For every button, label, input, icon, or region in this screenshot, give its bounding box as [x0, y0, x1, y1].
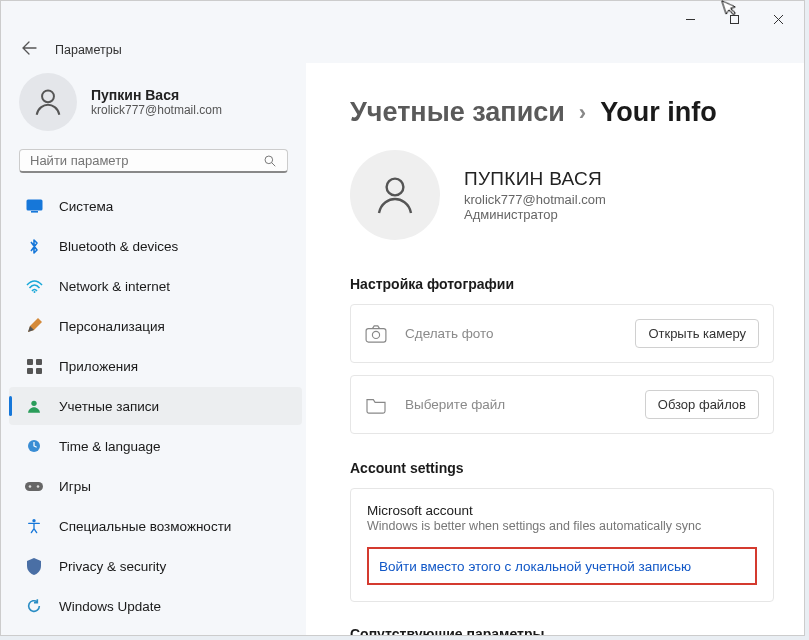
take-photo-label: Сделать фото	[405, 326, 494, 341]
nav-label: Персонализация	[59, 319, 165, 334]
page-title: Your info	[600, 97, 716, 128]
nav-label: Time & language	[59, 439, 161, 454]
back-arrow-icon	[21, 41, 37, 55]
close-icon	[773, 14, 784, 25]
ms-account-sub: Windows is better when settings and file…	[367, 519, 757, 533]
nav-label: Система	[59, 199, 113, 214]
sidebar: Пупкин Вася krolick777@hotmail.com Систе…	[1, 63, 306, 635]
ms-account-title: Microsoft account	[367, 503, 757, 518]
avatar	[19, 73, 77, 131]
sidebar-item-privacy[interactable]: Privacy & security	[9, 547, 302, 585]
sidebar-item-system[interactable]: Система	[9, 187, 302, 225]
nav-label: Network & internet	[59, 279, 170, 294]
update-icon	[25, 598, 43, 614]
open-camera-button[interactable]: Открыть камеру	[635, 319, 759, 348]
camera-icon	[365, 325, 387, 343]
profile-name: ПУПКИН ВАСЯ	[464, 168, 606, 190]
user-name: Пупкин Вася	[91, 87, 222, 103]
breadcrumb-parent[interactable]: Учетные записи	[350, 97, 565, 128]
chevron-right-icon: ›	[579, 100, 586, 126]
sidebar-item-apps[interactable]: Приложения	[9, 347, 302, 385]
svg-point-17	[29, 485, 32, 488]
profile-block: ПУПКИН ВАСЯ krolick777@hotmail.com Админ…	[350, 150, 774, 240]
nav-label: Учетные записи	[59, 399, 159, 414]
svg-rect-13	[36, 368, 42, 374]
person-icon	[31, 85, 65, 119]
search-input[interactable]	[30, 153, 250, 168]
sidebar-item-update[interactable]: Windows Update	[9, 587, 302, 625]
person-icon	[371, 171, 419, 219]
close-button[interactable]	[756, 4, 800, 34]
local-account-highlight: Войти вместо этого с локальной учетной з…	[367, 547, 757, 585]
svg-point-5	[265, 156, 273, 164]
sidebar-item-network[interactable]: Network & internet	[9, 267, 302, 305]
nav-label: Специальные возможности	[59, 519, 231, 534]
nav-label: Bluetooth & devices	[59, 239, 178, 254]
search-box[interactable]	[19, 149, 288, 173]
app-title: Параметры	[55, 43, 122, 57]
svg-point-19	[32, 519, 35, 522]
related-section-title: Сопутствующие параметры	[350, 626, 774, 635]
account-section-title: Account settings	[350, 460, 774, 476]
choose-file-label: Выберите файл	[405, 397, 505, 412]
svg-rect-10	[27, 359, 33, 365]
profile-avatar	[350, 150, 440, 240]
microsoft-account-box: Microsoft account Windows is better when…	[350, 488, 774, 602]
svg-rect-11	[36, 359, 42, 365]
nav-list: Система Bluetooth & devices Network & in…	[5, 187, 302, 625]
personalization-icon	[25, 318, 43, 334]
take-photo-row: Сделать фото Открыть камеру	[350, 304, 774, 363]
svg-point-18	[37, 485, 40, 488]
privacy-icon	[25, 558, 43, 575]
time-icon	[25, 438, 43, 454]
network-icon	[25, 279, 43, 293]
nav-label: Windows Update	[59, 599, 161, 614]
local-account-link[interactable]: Войти вместо этого с локальной учетной з…	[379, 559, 691, 574]
sidebar-item-gaming[interactable]: Игры	[9, 467, 302, 505]
accounts-icon	[25, 398, 43, 414]
back-button[interactable]	[21, 41, 37, 59]
bluetooth-icon	[25, 238, 43, 255]
gaming-icon	[25, 480, 43, 493]
svg-rect-16	[25, 482, 43, 491]
sidebar-item-time[interactable]: Time & language	[9, 427, 302, 465]
breadcrumb: Учетные записи › Your info	[350, 97, 774, 128]
search-icon	[263, 154, 277, 168]
sidebar-item-accessibility[interactable]: Специальные возможности	[9, 507, 302, 545]
nav-label: Приложения	[59, 359, 138, 374]
svg-point-20	[387, 179, 404, 196]
svg-point-14	[31, 401, 36, 406]
svg-rect-7	[26, 200, 42, 211]
accessibility-icon	[25, 518, 43, 534]
choose-file-row: Выберите файл Обзор файлов	[350, 375, 774, 434]
minimize-button[interactable]	[668, 4, 712, 34]
settings-window: Параметры Пупкин Вася krolick777@hotmail…	[0, 0, 805, 636]
svg-point-9	[33, 291, 35, 293]
header-row: Параметры	[1, 37, 804, 63]
titlebar	[1, 1, 804, 37]
svg-rect-21	[366, 328, 386, 342]
browse-files-button[interactable]: Обзор файлов	[645, 390, 759, 419]
svg-point-4	[42, 90, 54, 102]
apps-icon	[25, 359, 43, 374]
profile-role: Администратор	[464, 207, 606, 222]
nav-label: Игры	[59, 479, 91, 494]
user-block[interactable]: Пупкин Вася krolick777@hotmail.com	[5, 63, 302, 149]
main-content: Учетные записи › Your info ПУПКИН ВАСЯ k…	[306, 63, 804, 635]
photo-section-title: Настройка фотографии	[350, 276, 774, 292]
profile-email: krolick777@hotmail.com	[464, 192, 606, 207]
svg-rect-12	[27, 368, 33, 374]
svg-rect-8	[31, 211, 38, 213]
svg-point-22	[372, 331, 379, 338]
system-icon	[25, 199, 43, 213]
svg-line-6	[272, 162, 276, 166]
sidebar-item-personalization[interactable]: Персонализация	[9, 307, 302, 345]
folder-icon	[365, 396, 387, 414]
minimize-icon	[685, 14, 696, 25]
user-email: krolick777@hotmail.com	[91, 103, 222, 117]
nav-label: Privacy & security	[59, 559, 166, 574]
sidebar-item-bluetooth[interactable]: Bluetooth & devices	[9, 227, 302, 265]
sidebar-item-accounts[interactable]: Учетные записи	[9, 387, 302, 425]
